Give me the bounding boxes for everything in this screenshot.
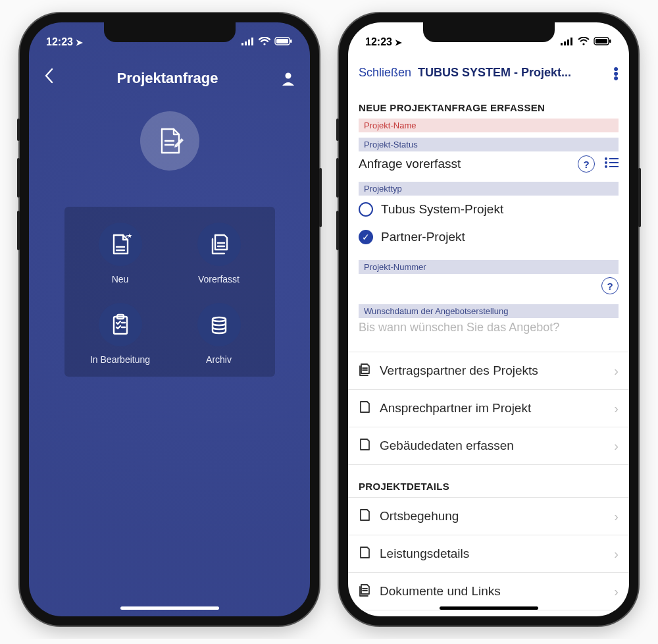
phone-frame-right: 12:23 ➤ Schließen TUBUS SYSTEM - Projekt… bbox=[339, 13, 638, 626]
chevron-right-icon: › bbox=[614, 363, 619, 379]
svg-rect-26 bbox=[595, 39, 607, 43]
clipboard-icon bbox=[99, 303, 142, 346]
link-ortsbegehung[interactable]: Ortsbegehung › bbox=[348, 497, 629, 535]
radio-label: Tubus System-Projekt bbox=[381, 202, 503, 217]
svg-point-8 bbox=[286, 72, 291, 78]
field-label-project-name[interactable]: Projekt-Name bbox=[359, 119, 619, 132]
tile-label: Neu bbox=[112, 274, 129, 284]
page-multi-icon bbox=[359, 363, 370, 379]
svg-point-4 bbox=[263, 43, 265, 45]
screen-projektanfrage: 12:23 ➤ Projektanfrage bbox=[29, 22, 310, 616]
link-label: Ortsbegehung bbox=[380, 509, 605, 523]
wifi-icon bbox=[578, 36, 590, 48]
link-label: Vertragspartner des Projekts bbox=[380, 363, 605, 378]
svg-rect-7 bbox=[290, 40, 292, 43]
page-icon bbox=[359, 438, 370, 454]
archive-icon bbox=[197, 303, 241, 346]
screen-project-form: 12:23 ➤ Schließen TUBUS SYSTEM - Projekt… bbox=[348, 22, 629, 616]
tile-label: Archiv bbox=[206, 354, 232, 365]
page-multi-icon bbox=[359, 583, 370, 599]
radio-partner-projekt[interactable]: ✓ Partner-Projekt bbox=[348, 223, 629, 251]
svg-point-24 bbox=[582, 43, 584, 45]
wish-date-input[interactable]: Bis wann wünschen Sie das Angebot? bbox=[348, 318, 629, 335]
chevron-right-icon: › bbox=[614, 401, 619, 416]
project-status-value: Anfrage vorerfasst bbox=[359, 157, 569, 171]
page-title: TUBUS SYSTEM - Projekt... bbox=[418, 66, 607, 80]
link-gebaeudedaten[interactable]: Gebäudedaten erfassen › bbox=[348, 427, 629, 465]
tile-label: Vorerfasst bbox=[198, 274, 240, 284]
back-button[interactable] bbox=[43, 67, 54, 89]
more-menu-button[interactable]: ••• bbox=[613, 66, 619, 80]
battery-icon bbox=[594, 36, 612, 48]
location-icon: ➤ bbox=[395, 38, 402, 47]
field-label-wish-date: Wunschdatum der Angebotserstellung bbox=[359, 304, 619, 318]
radio-tubus-system[interactable]: Tubus System-Projekt bbox=[348, 196, 629, 223]
signal-icon bbox=[561, 36, 574, 48]
svg-rect-3 bbox=[251, 38, 253, 45]
chevron-right-icon: › bbox=[614, 439, 619, 454]
link-label: Leistungsdetails bbox=[380, 547, 605, 561]
svg-rect-2 bbox=[248, 40, 250, 45]
tile-archiv[interactable]: Archiv bbox=[170, 303, 268, 365]
help-icon[interactable]: ? bbox=[578, 155, 595, 173]
svg-rect-22 bbox=[567, 40, 569, 45]
notch bbox=[104, 22, 236, 42]
tile-grid: ★ Neu Vorerfasst In Bearbeitung bbox=[64, 207, 275, 377]
hero-document-icon bbox=[140, 111, 199, 171]
header: Projektanfrage bbox=[29, 54, 310, 93]
profile-button[interactable] bbox=[281, 71, 295, 86]
link-label: Dokumente und Links bbox=[380, 584, 605, 599]
page-title: Projektanfrage bbox=[116, 70, 218, 87]
svg-point-32 bbox=[605, 165, 607, 168]
radio-label: Partner-Projekt bbox=[381, 230, 465, 244]
location-icon: ➤ bbox=[76, 38, 83, 47]
phone-frame-left: 12:23 ➤ Projektanfrage bbox=[20, 13, 319, 626]
svg-rect-23 bbox=[570, 38, 572, 45]
radio-checked-icon: ✓ bbox=[359, 230, 373, 244]
svg-point-30 bbox=[605, 161, 607, 164]
link-label: Ansprechpartner im Projekt bbox=[380, 401, 605, 416]
status-time: 12:23 bbox=[365, 36, 392, 48]
battery-icon bbox=[274, 36, 293, 48]
chevron-right-icon: › bbox=[614, 547, 619, 562]
chevron-right-icon: › bbox=[614, 509, 619, 524]
tile-neu[interactable]: ★ Neu bbox=[71, 223, 170, 284]
home-indicator[interactable] bbox=[120, 606, 219, 610]
page-icon bbox=[359, 546, 370, 562]
document-copy-icon bbox=[197, 223, 241, 266]
header: Schließen TUBUS SYSTEM - Projekt... ••• bbox=[348, 54, 629, 86]
help-icon[interactable]: ? bbox=[601, 277, 619, 294]
field-label-project-number: Projekt-Nummer bbox=[359, 260, 619, 274]
radio-icon bbox=[359, 202, 373, 217]
document-new-icon: ★ bbox=[99, 223, 142, 266]
tile-in-bearbeitung[interactable]: In Bearbeitung bbox=[71, 303, 170, 365]
link-dokumente-links[interactable]: Dokumente und Links › bbox=[348, 573, 629, 610]
field-label-project-status: Projekt-Status bbox=[359, 138, 619, 151]
tile-label: In Bearbeitung bbox=[90, 354, 150, 365]
svg-rect-27 bbox=[609, 40, 611, 43]
svg-rect-0 bbox=[241, 43, 243, 45]
svg-text:★: ★ bbox=[127, 232, 132, 239]
notch bbox=[423, 22, 555, 42]
home-indicator[interactable] bbox=[440, 606, 538, 610]
status-time: 12:23 bbox=[46, 36, 73, 48]
svg-rect-20 bbox=[561, 43, 563, 45]
link-vertragspartner[interactable]: Vertragspartner des Projekts › bbox=[348, 352, 629, 390]
page-icon bbox=[359, 400, 370, 416]
svg-rect-6 bbox=[276, 39, 288, 43]
link-label: Gebäudedaten erfassen bbox=[380, 439, 605, 453]
list-select-icon[interactable] bbox=[604, 157, 619, 171]
svg-rect-21 bbox=[564, 41, 566, 45]
wifi-icon bbox=[259, 36, 270, 48]
tile-vorerfasst[interactable]: Vorerfasst bbox=[170, 223, 268, 284]
field-label-project-type: Projekttyp bbox=[359, 182, 619, 196]
page-icon bbox=[359, 508, 370, 524]
svg-rect-1 bbox=[245, 41, 247, 45]
link-ansprechpartner[interactable]: Ansprechpartner im Projekt › bbox=[348, 390, 629, 427]
section-heading-new: NEUE PROJEKTANFRAGE ERFASSEN bbox=[348, 86, 629, 119]
close-button[interactable]: Schließen bbox=[359, 66, 411, 80]
link-leistungsdetails[interactable]: Leistungsdetails › bbox=[348, 535, 629, 573]
signal-icon bbox=[241, 36, 255, 48]
chevron-right-icon: › bbox=[614, 584, 619, 599]
section-heading-details: PROJEKTDETAILS bbox=[348, 465, 629, 497]
